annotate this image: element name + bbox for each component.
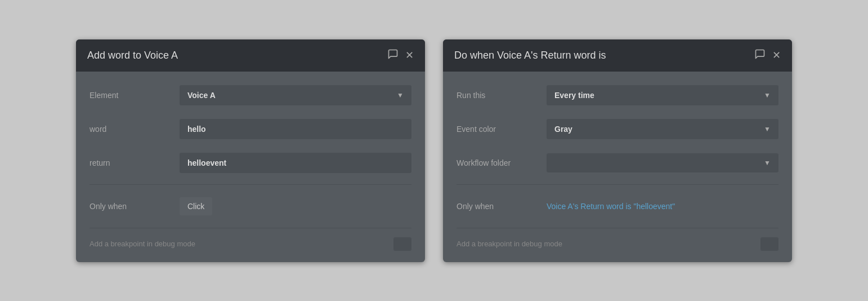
panels-container: Add word to Voice A ✕ Element Voice A ▼ [53, 17, 815, 285]
panel-do-when: Do when Voice A's Return word is ✕ Run t… [443, 39, 792, 262]
panel2-comment-icon[interactable] [754, 48, 766, 63]
panel1-debug-toggle[interactable] [393, 237, 411, 251]
panel1-header-icons: ✕ [387, 48, 414, 63]
panel2-event-color-label: Event color [457, 125, 547, 134]
panel2-run-this-label: Run this [457, 91, 547, 100]
panel1-element-row: Element Voice A ▼ [90, 83, 411, 108]
panel2-close-icon[interactable]: ✕ [772, 49, 781, 61]
panel2-event-color-value: Gray [554, 125, 572, 134]
panel2-title: Do when Voice A's Return word is [454, 50, 606, 61]
panel1-word-row: word [90, 117, 411, 141]
panel2-only-when-value[interactable]: Voice A's Return word is "helloevent" [547, 202, 675, 211]
panel1-element-value: Voice A [187, 91, 216, 100]
panel2-workflow-folder-label: Workflow folder [457, 158, 547, 167]
panel1-divider [90, 184, 411, 185]
panel2-event-color-select[interactable]: Gray ▼ [547, 119, 778, 139]
panel2-event-color-row: Event color Gray ▼ [457, 117, 778, 141]
panel2-run-this-select[interactable]: Every time ▼ [547, 85, 778, 105]
panel2-body: Run this Every time ▼ Event color Gray ▼… [443, 72, 792, 262]
panel2-only-when-label: Only when [457, 202, 547, 211]
panel2-only-when-row: Only when Voice A's Return word is "hell… [457, 194, 778, 219]
panel1-element-select[interactable]: Voice A ▼ [180, 85, 411, 105]
panel2-event-color-chevron: ▼ [764, 125, 771, 133]
panel2-workflow-folder-select[interactable]: ▼ [547, 153, 778, 172]
panel1-header: Add word to Voice A ✕ [76, 39, 425, 72]
panel1-element-label: Element [90, 91, 180, 100]
panel2-run-this-chevron: ▼ [764, 91, 771, 99]
panel1-body: Element Voice A ▼ word return Only when … [76, 72, 425, 262]
panel2-run-this-value: Every time [554, 91, 594, 100]
panel1-word-input[interactable] [180, 119, 411, 139]
panel2-divider [457, 184, 778, 185]
panel1-only-when-label: Only when [90, 202, 180, 211]
panel2-workflow-folder-row: Workflow folder ▼ [457, 150, 778, 175]
panel1-click-badge[interactable]: Click [180, 197, 212, 215]
panel1-element-chevron: ▼ [397, 91, 404, 99]
panel1-only-when-row: Only when Click [90, 194, 411, 219]
panel2-header-icons: ✕ [754, 48, 781, 63]
panel2-debug-toggle[interactable] [760, 237, 778, 251]
panel1-debug-row: Add a breakpoint in debug mode [90, 228, 411, 251]
panel1-return-label: return [90, 158, 180, 167]
panel2-header: Do when Voice A's Return word is ✕ [443, 39, 792, 72]
panel2-debug-label: Add a breakpoint in debug mode [457, 240, 562, 248]
panel1-return-row: return [90, 150, 411, 175]
panel2-debug-row: Add a breakpoint in debug mode [457, 228, 778, 251]
panel1-title: Add word to Voice A [87, 50, 178, 61]
panel1-comment-icon[interactable] [387, 48, 399, 63]
panel1-word-label: word [90, 125, 180, 134]
panel2-workflow-folder-chevron: ▼ [764, 159, 771, 167]
panel2-run-this-row: Run this Every time ▼ [457, 83, 778, 108]
panel1-return-input[interactable] [180, 153, 411, 173]
panel-add-word: Add word to Voice A ✕ Element Voice A ▼ [76, 39, 425, 262]
panel1-debug-label: Add a breakpoint in debug mode [90, 240, 195, 248]
panel1-close-icon[interactable]: ✕ [405, 49, 414, 61]
